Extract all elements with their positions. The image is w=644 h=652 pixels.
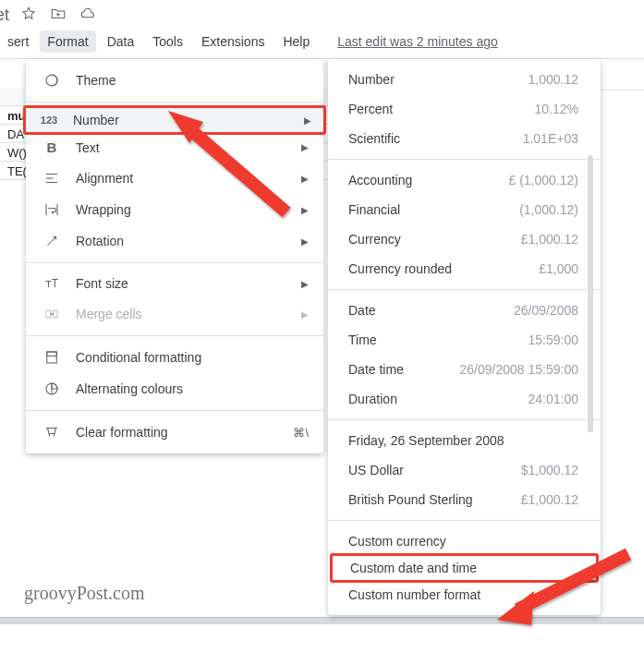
menu-insert[interactable]: sert <box>0 30 36 53</box>
menu-item-rotation[interactable]: Rotation ▶ <box>26 225 323 257</box>
menu-item-alternating[interactable]: Alternating colours <box>26 373 323 404</box>
submenu-item-value: 26/09/2008 <box>514 303 578 318</box>
submenu-item-value: £1,000 <box>539 261 578 276</box>
submenu-item-label: Number <box>348 72 395 87</box>
shortcut-label: ⌘\ <box>293 426 309 440</box>
submenu-item-us-dollar[interactable]: US Dollar$1,000.12 <box>328 455 601 485</box>
svg-rect-7 <box>54 310 58 318</box>
submenu-item-label: Time <box>348 332 377 347</box>
menu-item-label: Text <box>76 140 301 155</box>
submenu-item-label: Currency rounded <box>348 261 452 276</box>
submenu-item-label: Custom number format <box>348 587 480 602</box>
menu-item-label: Rotation <box>76 234 301 248</box>
submenu-item-duration[interactable]: Duration24:01:00 <box>328 384 601 414</box>
menubar: sert Format Data Tools Extensions Help L… <box>0 27 644 59</box>
submenu-item-financial[interactable]: Financial(1,000.12) <box>328 195 601 224</box>
menu-item-label: Alignment <box>76 171 301 186</box>
svg-rect-10 <box>47 352 57 356</box>
submenu-arrow-icon: ▶ <box>304 115 311 126</box>
svg-rect-9 <box>47 352 57 363</box>
submenu-item-value: $1,000.12 <box>521 463 578 477</box>
menu-tools[interactable]: Tools <box>145 30 190 53</box>
menu-item-label: Wrapping <box>76 202 301 217</box>
submenu-item-value: £ (1,000.12) <box>509 173 579 187</box>
submenu-item-value: 24:01:00 <box>529 392 579 406</box>
submenu-item-label: Financial <box>348 202 400 217</box>
submenu-item-value: £1,000.12 <box>521 492 578 507</box>
submenu-item-currency[interactable]: Currency£1,000.12 <box>328 224 601 254</box>
submenu-item-label: US Dollar <box>348 463 404 477</box>
submenu-item-value: 1,000.12 <box>529 72 579 87</box>
menu-item-number[interactable]: 123 Number ▶ <box>23 105 326 135</box>
wrap-icon <box>41 201 63 218</box>
submenu-item-custom-date-and-time[interactable]: Custom date and time <box>330 553 599 583</box>
last-edit-link[interactable]: Last edit was 2 minutes ago <box>337 34 498 49</box>
submenu-item-label: Scientific <box>348 131 400 146</box>
menu-item-label: Number <box>73 113 304 127</box>
menu-item-clear[interactable]: Clear formatting ⌘\ <box>26 417 323 448</box>
submenu-item-value: 10.12% <box>535 102 578 116</box>
menu-item-fontsize[interactable]: ᴛT Font size ▶ <box>26 269 323 298</box>
menu-item-theme[interactable]: Theme <box>26 65 323 96</box>
submenu-item-label: Accounting <box>348 173 412 187</box>
menu-item-wrapping[interactable]: Wrapping ▶ <box>26 194 323 225</box>
menu-item-label: Font size <box>76 276 301 291</box>
number-submenu: Number1,000.12Percent10.12%Scientific1.0… <box>328 59 601 615</box>
bottom-strip <box>0 617 644 624</box>
watermark: groovyPost.com <box>24 583 145 604</box>
menu-item-label: Theme <box>76 73 309 88</box>
submenu-item-label: British Pound Sterling <box>348 492 473 507</box>
submenu-item-value: 15:59:00 <box>529 332 579 347</box>
submenu-item-accounting[interactable]: Accounting£ (1,000.12) <box>328 165 601 195</box>
submenu-item-value: 1.01E+03 <box>523 131 578 146</box>
submenu-item-label: Friday, 26 September 2008 <box>348 433 504 448</box>
menu-help[interactable]: Help <box>275 30 317 53</box>
menu-item-label: Merge cells <box>76 307 301 321</box>
submenu-item-label: Date <box>348 303 376 318</box>
menu-item-alignment[interactable]: Alignment ▶ <box>26 163 323 194</box>
submenu-item-label: Currency <box>348 232 401 247</box>
number-icon: 123 <box>38 115 60 126</box>
submenu-item-british-pound-sterling[interactable]: British Pound Sterling£1,000.12 <box>328 485 601 514</box>
submenu-item-label: Date time <box>348 362 404 377</box>
submenu-arrow-icon: ▶ <box>301 279 309 289</box>
menu-extensions[interactable]: Extensions <box>194 30 272 53</box>
clear-icon <box>41 424 63 441</box>
menu-item-label: Alternating colours <box>76 381 309 396</box>
menu-item-text[interactable]: B Text ▶ <box>26 132 323 163</box>
cloud-icon[interactable] <box>79 6 96 25</box>
submenu-item-value: (1,000.12) <box>519 202 578 217</box>
menu-data[interactable]: Data <box>100 30 142 53</box>
submenu-item-custom-number-format[interactable]: Custom number format <box>328 580 601 610</box>
doc-title[interactable]: heet <box>0 6 9 25</box>
submenu-item-currency-rounded[interactable]: Currency rounded£1,000 <box>328 254 601 284</box>
submenu-item-label: Percent <box>348 102 393 116</box>
submenu-item-value: £1,000.12 <box>521 232 578 247</box>
menu-item-merge: Merge cells ▶ <box>26 298 323 330</box>
submenu-item-date-time[interactable]: Date time26/09/2008 15:59:00 <box>328 355 601 384</box>
submenu-arrow-icon: ▶ <box>301 309 309 320</box>
submenu-item-label: Duration <box>348 392 397 406</box>
submenu-item-date[interactable]: Date26/09/2008 <box>328 296 601 325</box>
scrollbar[interactable] <box>588 155 593 432</box>
move-icon[interactable] <box>50 6 67 25</box>
merge-icon <box>41 306 63 322</box>
star-icon[interactable] <box>20 6 37 25</box>
bold-icon: B <box>41 139 63 155</box>
submenu-item-custom-currency[interactable]: Custom currency <box>328 526 601 556</box>
submenu-item-percent[interactable]: Percent10.12% <box>328 94 601 124</box>
submenu-item-scientific[interactable]: Scientific1.01E+03 <box>328 124 601 153</box>
submenu-arrow-icon: ▶ <box>301 174 309 184</box>
submenu-item-time[interactable]: Time15:59:00 <box>328 325 601 355</box>
alt-icon <box>41 380 63 397</box>
theme-icon <box>41 72 63 89</box>
submenu-arrow-icon: ▶ <box>301 236 309 247</box>
submenu-item-friday-26-september-2008[interactable]: Friday, 26 September 2008 <box>328 426 601 455</box>
menu-item-conditional[interactable]: Conditional formatting <box>26 342 323 373</box>
submenu-item-number[interactable]: Number1,000.12 <box>328 65 601 94</box>
menu-item-label: Conditional formatting <box>76 350 309 365</box>
submenu-arrow-icon: ▶ <box>301 205 309 215</box>
cond-icon <box>41 349 63 366</box>
submenu-item-value: 26/09/2008 15:59:00 <box>460 362 578 377</box>
menu-format[interactable]: Format <box>40 30 95 53</box>
